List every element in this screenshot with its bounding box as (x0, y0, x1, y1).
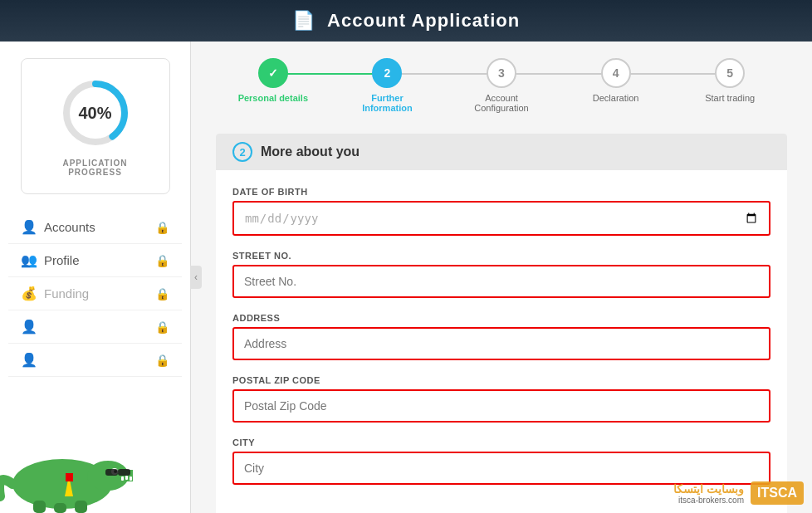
label-postal: POSTAL ZIP CODE (232, 375, 770, 385)
input-street[interactable] (232, 265, 770, 298)
input-city[interactable] (232, 452, 770, 485)
accounts-label: Accounts (44, 220, 95, 234)
svg-rect-12 (75, 501, 87, 513)
svg-rect-15 (130, 476, 132, 481)
progress-percentage: 40% (78, 104, 111, 123)
croc-area (0, 413, 190, 513)
label-city: CITY (232, 437, 770, 447)
step-label-further: Further Information (345, 93, 428, 113)
label-address: ADDRESS (232, 313, 770, 323)
page-header: 📄 Account Application (0, 0, 812, 42)
svg-rect-13 (121, 476, 124, 481)
label-dob: DATE OF BIRTH (232, 187, 770, 197)
sidebar-item-profile[interactable]: 👥 Profile 🔒 (8, 244, 182, 277)
watermark: وبسایت ایتسکا itsca-brokers.com ITSCA (673, 481, 804, 505)
accounts-lock-icon: 🔒 (155, 221, 169, 234)
field-group-postal: POSTAL ZIP CODE (232, 375, 770, 423)
form-section-header: 2 More about you (216, 134, 787, 170)
form-body: DATE OF BIRTH STREET NO. ADDRESS POSTAL … (216, 170, 787, 513)
field-group-city: CITY (232, 437, 770, 485)
step-circle-declaration: 4 (601, 58, 631, 88)
watermark-arabic: وبسایت ایتسکا (673, 482, 744, 496)
svg-rect-9 (66, 473, 73, 481)
sidebar-item-funding[interactable]: 💰 Funding 🔒 (8, 277, 182, 310)
svg-rect-14 (125, 476, 128, 480)
funding-label: Funding (44, 286, 89, 300)
step-label-personal: Personal details (238, 93, 308, 103)
label-street: STREET NO. (232, 251, 770, 261)
step-label-declaration: Declaration (593, 93, 639, 103)
sidebar-item-accounts[interactable]: 👤 Accounts 🔒 (8, 211, 182, 244)
sidebar: 40% APPLICATION PROGRESS 👤 Accounts 🔒 👥 … (0, 42, 191, 513)
extra2-icon: 👤 (21, 352, 37, 368)
header-icon: 📄 (292, 10, 316, 31)
section-badge: 2 (232, 142, 252, 162)
step-label-config: Account Configuration (460, 93, 543, 113)
header-title: Account Application (327, 10, 520, 31)
progress-circle: 40% (58, 76, 133, 150)
form-section: 2 More about you DATE OF BIRTH STREET NO… (216, 134, 787, 513)
section-title: More about you (261, 144, 360, 159)
step-circle-personal: ✓ (258, 58, 288, 88)
input-postal[interactable] (232, 389, 770, 423)
sidebar-collapse-button[interactable]: ‹ (190, 266, 202, 289)
svg-rect-5 (105, 469, 118, 476)
input-dob[interactable] (232, 201, 770, 236)
step-trading: 5 Start trading (673, 58, 787, 103)
collapse-icon: ‹ (194, 271, 198, 283)
extra1-lock-icon: 🔒 (155, 320, 169, 334)
step-circle-config: 3 (487, 58, 516, 88)
field-group-address: ADDRESS (232, 313, 770, 360)
watermark-url: itsca-brokers.com (673, 496, 744, 505)
step-personal: ✓ Personal details (216, 58, 330, 103)
step-circle-further: 2 (372, 58, 402, 88)
profile-icon: 👥 (21, 252, 37, 268)
accounts-icon: 👤 (21, 219, 37, 235)
croc-image (0, 422, 133, 513)
extra1-icon: 👤 (21, 319, 37, 335)
extra2-lock-icon: 🔒 (155, 354, 169, 367)
step-config: 3 Account Configuration (444, 58, 559, 113)
field-group-dob: DATE OF BIRTH (232, 187, 770, 236)
input-address[interactable] (232, 327, 770, 360)
step-further: 2 Further Information (330, 58, 445, 113)
svg-rect-10 (33, 501, 46, 513)
step-declaration: 4 Declaration (559, 58, 673, 103)
funding-lock-icon: 🔒 (155, 287, 169, 300)
watermark-logo: ITSCA (751, 481, 804, 505)
profile-lock-icon: 🔒 (155, 254, 169, 267)
sidebar-item-extra2[interactable]: 👤 🔒 (8, 344, 182, 377)
funding-icon: 💰 (21, 286, 37, 301)
sidebar-item-extra1[interactable]: 👤 🔒 (8, 310, 182, 344)
stepper: ✓ Personal details 2 Further Information… (216, 58, 787, 113)
svg-rect-6 (118, 469, 130, 476)
step-circle-trading: 5 (715, 58, 745, 88)
field-group-street: STREET NO. (232, 251, 770, 298)
progress-widget: 40% APPLICATION PROGRESS (21, 58, 170, 194)
step-label-trading: Start trading (705, 93, 755, 103)
progress-label: APPLICATION PROGRESS (46, 159, 144, 177)
profile-label: Profile (44, 253, 80, 267)
main-content: ✓ Personal details 2 Further Information… (191, 42, 812, 513)
svg-rect-11 (54, 503, 66, 513)
